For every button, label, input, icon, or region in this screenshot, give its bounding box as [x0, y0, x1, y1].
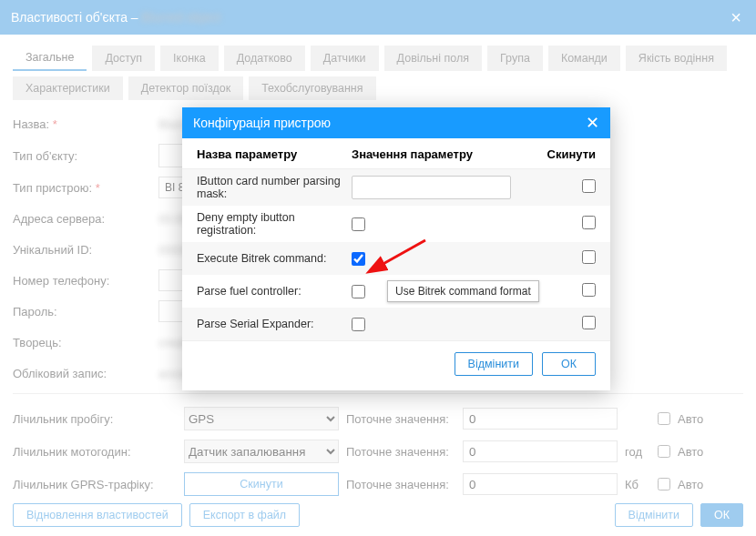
param-label: Deny empty ibutton registration:	[197, 211, 352, 237]
param-value-check[interactable]	[352, 285, 365, 298]
param-label: Parse Serial Expander:	[197, 318, 352, 330]
col-param-value: Значення параметру	[352, 147, 525, 161]
modal-title: Конфігурація пристрою	[193, 116, 331, 130]
device-config-modal: Конфігурація пристрою ✕ Назва параметру …	[182, 107, 610, 390]
modal-cancel-button[interactable]: Відмінити	[455, 352, 533, 376]
param-value-check[interactable]	[352, 318, 365, 331]
param-label: Parse fuel controller:	[197, 285, 352, 298]
col-param-name: Назва параметру	[197, 147, 352, 161]
config-row: Deny empty ibutton registration:	[182, 206, 610, 242]
tooltip: Use Bitrek command format	[387, 280, 539, 302]
param-value-check[interactable]	[352, 217, 365, 231]
param-reset-check[interactable]	[582, 316, 596, 329]
param-reset-check[interactable]	[582, 283, 596, 297]
param-value-check[interactable]	[352, 252, 365, 266]
param-label: IButton card number parsing mask:	[197, 175, 352, 200]
param-reset-check[interactable]	[582, 179, 596, 193]
modal-close-icon[interactable]: ✕	[586, 113, 599, 133]
config-row: Parse Serial Expander:	[182, 308, 610, 340]
highlight-arrow	[375, 240, 430, 277]
param-label: Execute Bitrek command:	[197, 252, 352, 265]
svg-line-0	[380, 240, 425, 266]
modal-ok-button[interactable]: ОК	[542, 352, 596, 376]
param-text-input[interactable]	[352, 176, 511, 199]
col-reset: Скинути	[525, 147, 596, 161]
config-row: IButton card number parsing mask:	[182, 169, 610, 206]
param-reset-check[interactable]	[582, 250, 596, 264]
param-reset-check[interactable]	[582, 216, 596, 229]
